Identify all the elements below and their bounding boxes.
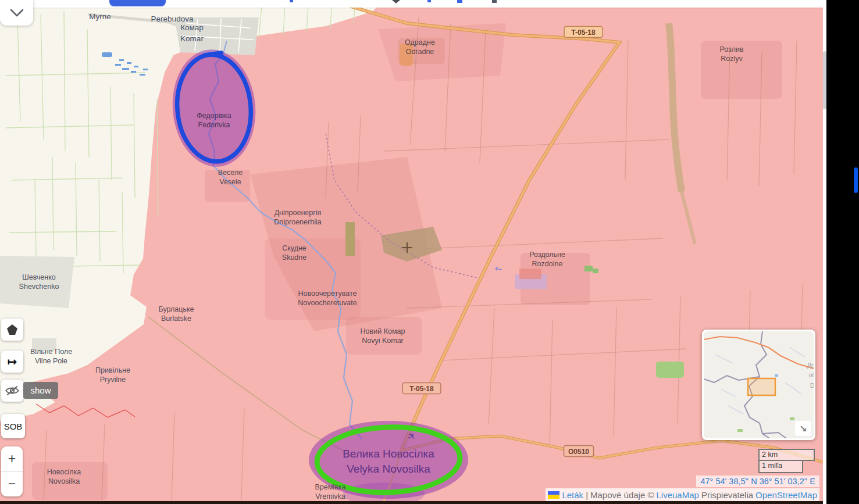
minimap-edge-label: D [810,383,814,389]
svg-text:Odradne: Odradne [406,48,434,56]
minimap-green [790,417,794,420]
leaflet-link[interactable]: Leták [562,490,583,500]
draw-polygon-button[interactable] [1,319,23,341]
attribution-divider: | [586,490,588,500]
eye-off-icon [5,385,20,396]
collapse-panel-button[interactable] [0,0,33,26]
pentagon-icon [5,323,19,336]
svg-text:Федорівка: Федорівка [197,112,231,120]
diagonal-arrow-icon: ↘ [799,423,807,434]
map-attribution: Leták | Mapové údaje © LiveuaMap Prispie… [546,488,819,501]
sob-button[interactable]: SOB [1,414,25,438]
svg-text:Новосілка: Новосілка [47,468,81,476]
svg-text:Веселе: Веселе [218,169,243,177]
map-viewport[interactable]: ✈← MyrnePerebudovaКомарKomarОдраднеOdrad… [0,0,823,504]
chevron-down-icon [392,0,400,3]
svg-text:Скудне: Скудне [282,244,306,252]
svg-text:Fedorivka: Fedorivka [198,121,230,129]
svg-text:Novyi Komar: Novyi Komar [362,337,404,345]
svg-text:Одрадне: Одрадне [405,38,435,47]
svg-text:Бурлацьке: Бурлацьке [158,305,194,313]
svg-text:Vilne Pole: Vilne Pole [35,357,67,365]
attribution-contributors: Prispievatelia [701,490,753,500]
toolbar-fragment [427,0,431,2]
svg-text:Perebudova: Perebudova [151,15,194,23]
top-toolbar [0,0,826,8]
minimap-toggle-button[interactable]: ↘ [795,421,811,436]
ukraine-flag-icon [548,491,559,499]
svg-text:Pryvilne: Pryvilne [100,376,126,384]
minimap-edge-label: об [809,372,814,378]
hide-layers-button[interactable] [1,380,23,402]
svg-text:Шевченко: Шевченко [22,273,55,281]
svg-text:T-05-18: T-05-18 [409,385,434,393]
openstreetmap-link[interactable]: OpenStreetMap [755,490,817,500]
svg-text:Дніпроенергія: Дніпроенергія [275,209,322,217]
show-layers-button[interactable]: show [23,382,58,399]
primary-button-fragment[interactable] [109,0,166,6]
green-patch [584,266,593,271]
svg-text:Novosilka: Novosilka [48,477,80,485]
green-patch [656,362,684,378]
toolbar-fragment [290,0,293,2]
war-map[interactable]: ✈← MyrnePerebudovaКомарKomarОдраднеOdrad… [0,0,823,504]
svg-text:Burlatske: Burlatske [161,314,191,323]
map-label: Perebudova [151,15,194,23]
svg-text:Роздольне: Роздольне [529,251,565,259]
svg-text:T-05-18: T-05-18 [571,28,596,37]
svg-text:Komar: Komar [180,34,204,43]
blue-circle-overshoot [205,53,221,55]
svg-text:Myrne: Myrne [89,12,111,21]
svg-text:Новоочеретувате: Новоочеретувате [298,289,357,298]
right-black-panel [826,0,859,504]
chevron-down-icon [8,8,26,17]
minimap-green [737,429,743,432]
zoom-out-button[interactable]: − [1,472,23,497]
svg-text:Rozdolne: Rozdolne [532,260,563,268]
viewport-indicator[interactable] [748,378,775,395]
green-patch [593,269,598,273]
svg-text:Rozlyv: Rozlyv [721,55,743,63]
bottom-edge-strip [0,501,823,504]
svg-text:Велика Новосілка: Велика Новосілка [343,448,434,460]
zoom-control: + − [1,446,23,496]
scale-bar-km: 2 km [758,449,815,461]
app-window: ✈← MyrnePerebudovaКомарKomarОдраднеOdrad… [0,0,859,504]
svg-text:Vesele: Vesele [219,178,241,186]
overview-minimap[interactable]: ДообD ↘ [702,330,815,440]
mapsto-icon: ↦ [8,355,17,369]
measure-button[interactable]: ↦ [1,351,23,373]
svg-text:Vremivka: Vremivka [315,492,345,501]
svg-text:Комар: Комар [180,23,204,32]
cursor-coordinates: 47° 54' 38,5'' N 36° 51' 03,2'' E [696,476,819,487]
shevchenko-urban-area [0,256,74,308]
road-badge: T-05-18 [564,27,603,38]
toolbar-fragment [492,0,497,3]
liveuamap-link[interactable]: LiveuaMap [656,490,698,500]
forest-patch [345,222,355,256]
minimap-edge-labels: ДообD [807,362,814,389]
svg-text:Novoocheretuvate: Novoocheretuvate [298,299,357,307]
attribution-label: Mapové údaje © [590,490,654,500]
sob-label: SOB [4,421,23,431]
road-badge: O0510 [564,446,594,457]
minimap-water [775,374,778,377]
scale-bar-miles: 1 míľa [758,461,803,473]
svg-text:Skudne: Skudne [282,253,306,262]
minimap-canvas: ДообD ↘ [704,331,814,438]
svg-text:Вільне Поле: Вільне Поле [30,348,72,356]
svg-text:Привільне: Привільне [95,366,130,374]
right-scrollbar-thumb[interactable] [854,167,858,193]
show-label: show [30,385,51,395]
svg-text:O0510: O0510 [568,448,589,456]
svg-text:Dniproenerhiia: Dniproenerhiia [274,218,321,226]
svg-text:Velyka Novosilka: Velyka Novosilka [347,463,430,475]
map-label: Myrne [89,12,111,21]
zoom-in-button[interactable]: + [1,446,23,472]
svg-text:Shevchenko: Shevchenko [19,283,59,291]
minimap-edge-label: До [807,362,814,369]
svg-text:Новий Комар: Новий Комар [361,327,405,335]
minimap-road [704,337,814,369]
road-badge: T-05-18 [402,383,441,394]
toolbar-fragment [457,0,462,3]
